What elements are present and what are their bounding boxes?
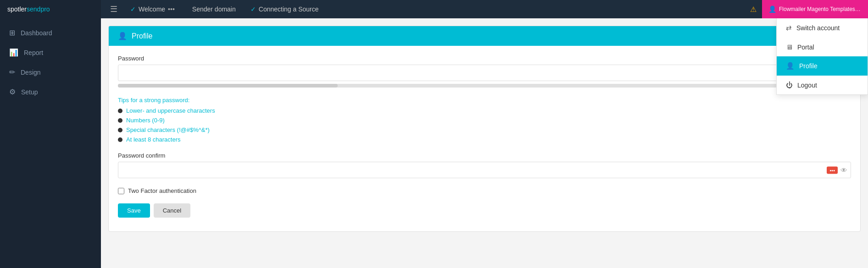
tip-dot-3 xyxy=(118,128,122,132)
password-group: Password xyxy=(118,55,851,88)
tip-dot-2 xyxy=(118,118,122,123)
password-confirm-icons: ••• 👁 xyxy=(827,166,847,174)
dropdown-item-switch-account[interactable]: ⇄ Switch account xyxy=(777,18,868,38)
nav-tab-sender-domain-label: Sender domain xyxy=(192,5,236,13)
main-layout: ⊞ Dashboard 📊 Report ✏ Design ⚙ Setup 👤 … xyxy=(0,18,868,268)
password-tips: Tips for a strong password: Lower- and u… xyxy=(118,97,851,143)
form-actions: Save Cancel xyxy=(118,203,851,218)
sidebar-item-design[interactable]: ✏ Design xyxy=(0,62,101,82)
user-menu-button[interactable]: 👤 Flowmailer Magento Templates - Develop… xyxy=(762,0,868,18)
logo-spotler: spotler xyxy=(7,5,27,13)
switch-account-icon: ⇄ xyxy=(786,24,792,32)
tips-list: Lower- and uppercase characters Numbers … xyxy=(118,107,851,143)
user-icon: 👤 xyxy=(768,5,776,13)
nav-tab-sender-domain[interactable]: Sender domain xyxy=(185,0,243,18)
password-confirm-label: Password confirm xyxy=(118,152,851,159)
cancel-button[interactable]: Cancel xyxy=(154,203,190,218)
two-factor-checkbox[interactable] xyxy=(118,188,124,194)
password-confirm-group: Password confirm ••• 👁 xyxy=(118,152,851,178)
logout-label: Logout xyxy=(797,82,817,89)
password-input[interactable] xyxy=(118,65,851,81)
profile-card-body: Password Tips for a strong password: Low… xyxy=(109,46,860,231)
password-confirm-field-wrapper: ••• 👁 xyxy=(118,162,851,178)
logo-sendpro: sendpro xyxy=(27,5,50,13)
profile-header-title: Profile xyxy=(132,32,152,40)
design-icon: ✏ xyxy=(9,68,15,77)
profile-header-icon: 👤 xyxy=(118,32,127,40)
portal-label: Portal xyxy=(797,44,814,51)
password-confirm-input[interactable] xyxy=(118,162,851,178)
save-button[interactable]: Save xyxy=(118,203,150,218)
password-strength-bar xyxy=(118,84,851,88)
dashboard-icon: ⊞ xyxy=(9,28,15,37)
sidebar-item-dashboard[interactable]: ⊞ Dashboard xyxy=(0,23,101,43)
setup-icon: ⚙ xyxy=(9,88,16,96)
dots-icon-welcome: ••• xyxy=(168,5,175,13)
dropdown-item-logout[interactable]: ⏻ Logout xyxy=(777,76,868,94)
password-strength-fill xyxy=(118,84,338,88)
tip-item-2: Numbers (0-9) xyxy=(118,117,851,124)
nav-tab-welcome[interactable]: ✓ Welcome ••• xyxy=(123,0,185,18)
logout-icon: ⏻ xyxy=(786,81,793,89)
tip-item-3: Special characters (!@#$%^&*) xyxy=(118,126,851,133)
sidebar-item-report-label: Report xyxy=(24,49,43,56)
tip-text-3: Special characters (!@#$%^&*) xyxy=(126,126,210,133)
alert-button[interactable]: ⚠ xyxy=(745,5,762,14)
sidebar: ⊞ Dashboard 📊 Report ✏ Design ⚙ Setup xyxy=(0,18,101,268)
logo-area: spotlersendpro xyxy=(0,5,101,13)
profile-dropdown-icon: 👤 xyxy=(786,62,795,70)
profile-card: 👤 Profile Password Tips for a strong pas… xyxy=(108,26,861,232)
check-icon-welcome: ✓ xyxy=(130,5,136,13)
sidebar-item-setup-label: Setup xyxy=(21,88,38,96)
nav-tab-welcome-label: Welcome xyxy=(139,5,165,13)
tip-text-2: Numbers (0-9) xyxy=(126,117,165,124)
dropdown-item-profile[interactable]: 👤 Profile xyxy=(777,56,868,76)
check-icon-connecting: ✓ xyxy=(250,5,256,13)
tip-dot-4 xyxy=(118,137,122,142)
sidebar-item-setup[interactable]: ⚙ Setup xyxy=(0,82,101,102)
sidebar-item-report[interactable]: 📊 Report xyxy=(0,43,101,62)
sidebar-item-design-label: Design xyxy=(21,69,41,76)
tip-item-4: At least 8 characters xyxy=(118,136,851,143)
nav-tab-connecting[interactable]: ✓ Connecting a Source xyxy=(243,0,326,18)
portal-icon: 🖥 xyxy=(786,43,793,51)
nav-tabs: ☰ ✓ Welcome ••• Sender domain ✓ Connecti… xyxy=(101,0,745,18)
user-dropdown-menu: ⇄ Switch account 🖥 Portal 👤 Profile ⏻ Lo… xyxy=(776,18,868,95)
password-label: Password xyxy=(118,55,851,62)
top-nav-right: ⚠ 👤 Flowmailer Magento Templates - Devel… xyxy=(745,0,868,18)
hamburger-icon[interactable]: ☰ xyxy=(105,4,123,14)
password-eye-icon[interactable]: 👁 xyxy=(840,166,847,174)
user-account-label: Flowmailer Magento Templates - Developme… xyxy=(779,6,862,12)
report-icon: 📊 xyxy=(9,48,18,57)
tip-dot-1 xyxy=(118,109,122,113)
profile-dropdown-label: Profile xyxy=(799,62,818,70)
tip-item-1: Lower- and uppercase characters xyxy=(118,107,851,114)
sidebar-item-dashboard-label: Dashboard xyxy=(21,29,52,37)
top-nav: spotlersendpro ☰ ✓ Welcome ••• Sender do… xyxy=(0,0,868,18)
switch-account-label: Switch account xyxy=(796,24,840,32)
two-factor-label: Two Factor authentication xyxy=(128,187,196,194)
two-factor-group: Two Factor authentication xyxy=(118,187,851,194)
main-content: 👤 Profile Password Tips for a strong pas… xyxy=(101,18,868,268)
password-dots-button[interactable]: ••• xyxy=(827,166,838,174)
profile-card-header: 👤 Profile xyxy=(109,26,860,46)
nav-tab-connecting-label: Connecting a Source xyxy=(259,5,319,13)
dropdown-item-portal[interactable]: 🖥 Portal xyxy=(777,38,868,56)
tip-text-1: Lower- and uppercase characters xyxy=(126,107,215,114)
tips-title: Tips for a strong password: xyxy=(118,97,851,104)
tip-text-4: At least 8 characters xyxy=(126,136,181,143)
